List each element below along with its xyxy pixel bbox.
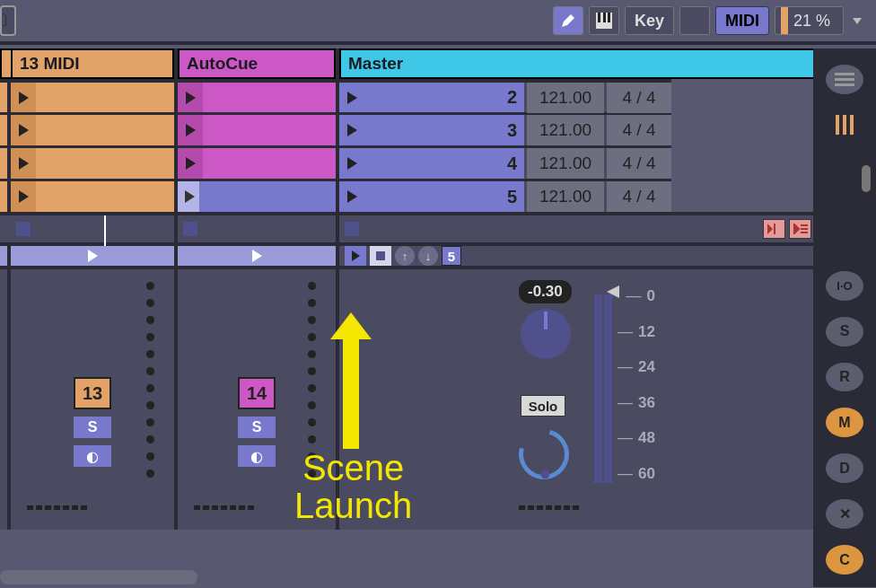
fader-handle[interactable] — [607, 285, 619, 298]
scene-play-slot[interactable]: 3 — [339, 112, 524, 145]
scene-tempo[interactable]: 121.00 — [527, 181, 604, 212]
scale-label: 24 — [638, 358, 655, 376]
mixer-section-button[interactable]: M — [826, 408, 863, 437]
scene-row[interactable]: 121.004 / 4 — [524, 145, 671, 179]
scene-launch-count[interactable]: 5 — [442, 246, 461, 266]
io-section-button[interactable]: I·O — [826, 271, 863, 301]
scene-row[interactable]: 121.004 / 4 — [524, 112, 671, 145]
play-icon — [19, 124, 29, 136]
sends-section-button[interactable]: S — [826, 317, 863, 347]
scene-play-slot[interactable]: 4 — [339, 145, 524, 179]
play-icon — [88, 250, 98, 262]
scene-tempo[interactable]: 121.00 — [527, 115, 604, 145]
track-number-badge[interactable]: 13 — [74, 377, 111, 409]
scene-down-button[interactable]: ↓ — [418, 246, 438, 266]
cpu-meter[interactable]: 21 % — [775, 6, 844, 35]
scrollbar-thumb[interactable] — [862, 165, 871, 192]
dropdown-toggle[interactable] — [849, 18, 865, 24]
midi-map-button[interactable]: MIDI — [715, 6, 769, 35]
track-launch-button[interactable] — [11, 246, 174, 266]
delay-section-button[interactable]: D — [826, 453, 863, 483]
scene-row[interactable]: 121.004 / 4 — [524, 179, 671, 212]
chevron-down-icon — [853, 18, 862, 24]
detail-toggle[interactable] — [826, 110, 863, 140]
send-knobs — [146, 282, 154, 478]
stop-icon — [16, 222, 31, 236]
annotation-arrow — [343, 332, 359, 449]
record-arm-button[interactable]: ◐ — [238, 445, 276, 467]
record-arm-button[interactable]: ◐ — [74, 445, 111, 467]
scene-tempo[interactable]: 121.00 — [527, 83, 604, 113]
stop-row[interactable] — [178, 212, 336, 242]
clip-slot[interactable] — [178, 112, 336, 145]
solo-button[interactable]: S — [74, 417, 111, 438]
master-meter: — 0 — 12 — 24 — 36 — 48 — 60 — [594, 287, 659, 483]
cpu-value: 21 % — [793, 12, 830, 31]
clip-slot[interactable] — [178, 145, 336, 179]
clip-slot[interactable] — [11, 145, 174, 179]
play-icon — [19, 92, 29, 104]
scene-number[interactable]: 3 — [486, 115, 524, 145]
panel-toggle[interactable]: 〕 — [0, 5, 16, 36]
scene-number[interactable]: 4 — [486, 148, 524, 179]
track-launch-button[interactable] — [178, 246, 336, 266]
draw-mode-button[interactable] — [553, 6, 583, 35]
midi-blank-button[interactable] — [679, 6, 710, 35]
track-number-badge[interactable]: 14 — [238, 377, 276, 409]
stop-all-button[interactable] — [370, 246, 391, 266]
clip-slot[interactable] — [11, 179, 174, 212]
stop-row[interactable] — [11, 212, 174, 242]
returns-section-button[interactable]: R — [826, 363, 863, 392]
cpu-bar — [781, 7, 788, 34]
master-db-value[interactable]: -0.30 — [519, 280, 572, 303]
top-toolbar: 〕 Key MIDI 21 % — [0, 0, 876, 45]
scale-label: 12 — [638, 323, 655, 341]
cue-volume-knob[interactable] — [510, 420, 578, 488]
solo-button[interactable]: S — [238, 417, 276, 438]
play-icon — [347, 190, 357, 203]
track-header-autocue[interactable]: AutoCue — [178, 48, 336, 79]
key-map-button[interactable]: Key — [625, 6, 674, 35]
perf-section-button[interactable]: C — [826, 545, 863, 575]
clip-slot-selected[interactable] — [178, 179, 336, 212]
scene-sig[interactable]: 4 / 4 — [607, 115, 671, 145]
master-pan-knob[interactable] — [521, 309, 571, 359]
clip-slot[interactable] — [178, 79, 336, 112]
stop-icon — [376, 251, 385, 260]
track-stub — [0, 48, 11, 530]
scene-row[interactable]: 121.004 / 4 — [524, 79, 671, 112]
scene-tempo[interactable]: 121.00 — [527, 148, 604, 179]
svg-rect-3 — [608, 13, 610, 22]
scene-number[interactable]: 5 — [486, 181, 524, 212]
scale-label: 48 — [638, 429, 655, 447]
scene-sig[interactable]: 4 / 4 — [607, 83, 671, 113]
svg-rect-2 — [603, 13, 606, 22]
level-ticks — [27, 505, 87, 510]
mixer-strip-13: 13 S ◐ — [11, 269, 174, 530]
track-header-master[interactable]: Master — [339, 48, 817, 79]
menu-toggle[interactable] — [826, 65, 863, 94]
bars-icon — [836, 115, 854, 135]
scene-sig[interactable]: 4 / 4 — [607, 148, 671, 179]
play-icon — [347, 157, 357, 170]
back-to-arr-button[interactable] — [763, 219, 785, 239]
clip-slot[interactable] — [11, 79, 174, 112]
h-scrollbar-thumb[interactable] — [0, 570, 197, 584]
scene-play-slot[interactable]: 2 — [339, 79, 524, 112]
play-icon — [185, 190, 195, 203]
play-all-button[interactable] — [345, 246, 366, 266]
follow-icon — [793, 224, 808, 234]
scene-number[interactable]: 2 — [486, 83, 524, 112]
track-header-13[interactable]: 13 MIDI — [11, 48, 174, 79]
stop-icon — [345, 222, 359, 236]
clip-slot[interactable] — [11, 112, 174, 145]
scene-play-slot[interactable]: 5 — [339, 179, 524, 212]
follow-button[interactable] — [789, 219, 811, 239]
play-icon — [347, 92, 357, 104]
master-launch-controls: ↑ ↓ 5 — [339, 246, 467, 266]
piano-button[interactable] — [589, 6, 619, 35]
scene-up-button[interactable]: ↑ — [395, 246, 415, 266]
scene-sig[interactable]: 4 / 4 — [607, 181, 671, 212]
crossfade-section-button[interactable]: ✕ — [826, 499, 863, 529]
pfl-solo-button[interactable]: Solo — [521, 395, 565, 417]
